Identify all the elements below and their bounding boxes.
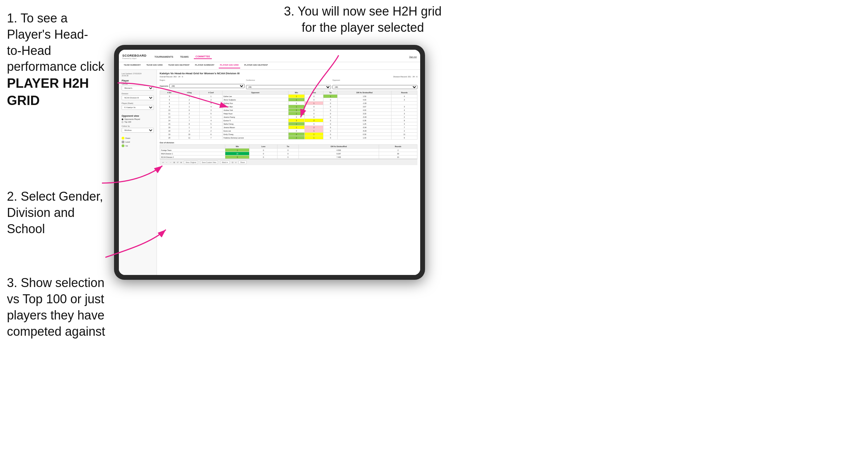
- col-diff: Diff Av Strokes/Rnd: [338, 91, 391, 95]
- cell-opponent: Jessica Mason: [222, 126, 288, 129]
- division-select[interactable]: NCAA Division III NCAA Division I NCAA D…: [122, 95, 154, 100]
- cell-win: 1: [288, 95, 304, 98]
- out-col-diff: Diff Av Strokes/Rnd: [299, 145, 379, 149]
- cell-win: 2: [288, 136, 304, 140]
- toolbar-undo[interactable]: ↩: [162, 161, 164, 163]
- cell-diff: 1.33: [338, 136, 391, 140]
- cell-reg: 10: [179, 133, 200, 136]
- opp-filter-select[interactable]: (All): [332, 85, 417, 89]
- toolbar-back[interactable]: ←: [166, 161, 168, 163]
- cell-div: 9: [160, 105, 179, 108]
- cell-diff: 3.33: [338, 112, 391, 115]
- sub-nav-team-summary[interactable]: TEAM SUMMARY: [122, 63, 142, 68]
- cell-div: 10: [160, 108, 179, 112]
- logo-sub: Powered by clippd: [122, 57, 147, 59]
- cell-div: 18: [160, 129, 179, 133]
- cell-tie: 0: [323, 108, 338, 112]
- radio-dot-2: [122, 121, 123, 123]
- cell-div: 16: [160, 126, 179, 129]
- toolbar-share[interactable]: Share: [238, 161, 246, 164]
- cell-diff: -1.00: [338, 102, 391, 105]
- cell-div: 19: [160, 133, 179, 136]
- table-header-row: # Div # Reg # Conf Opponent Win Loss Tie…: [160, 91, 417, 95]
- legend-level: Level: [122, 141, 154, 143]
- out-of-division-title: Out of division: [160, 142, 417, 144]
- col-tie: Tie: [323, 91, 338, 95]
- cell-rounds: 2: [391, 115, 417, 119]
- out-cell-rounds: 2: [379, 149, 417, 152]
- out-table-header-row: Win Loss Tie Diff Av Strokes/Rnd Rounds: [160, 145, 417, 149]
- filter-region: Region: [160, 79, 245, 82]
- cell-opponent: Stella Cheng: [222, 122, 288, 126]
- cell-div: 11: [160, 112, 179, 115]
- table-row: 10 6 3 Andrea York 2 0 0 4.00 4: [160, 108, 417, 112]
- cell-win: 1: [288, 98, 304, 102]
- col-win: Win: [288, 91, 304, 95]
- cell-div: 6: [160, 102, 179, 105]
- cell-loss: 2: [304, 126, 323, 129]
- nav-committee[interactable]: COMMITTEE: [194, 55, 212, 59]
- table-row: 5 2 2 Alexis Sudjianto 1 0 0 4.00 3: [160, 98, 417, 102]
- table-row: 19 10 6 Emily Chang 4 1 0 0.30 11: [160, 133, 417, 136]
- nav-teams[interactable]: TEAMS: [178, 55, 190, 59]
- out-cell-diff: 4.500: [299, 149, 379, 152]
- opponents-filter-select[interactable]: (All): [169, 84, 245, 88]
- cell-conf: 2: [200, 129, 223, 133]
- cell-tie: 1: [323, 95, 338, 98]
- out-cell-loss: 0: [249, 149, 277, 152]
- sub-nav-player-h2h-heatmap[interactable]: PLAYER H2H HEATMAP: [243, 63, 269, 68]
- toolbar-add[interactable]: ⊕: [180, 161, 182, 163]
- cell-rounds: 2: [391, 129, 417, 133]
- instructions-left: 1. To see a Player's Head- to-Head perfo…: [0, 0, 117, 361]
- table-row: 15 8 5 Stella Cheng 1 0 0 1.25 4: [160, 122, 417, 126]
- toolbar-view-original[interactable]: View: Original: [184, 161, 198, 164]
- table-row: 18 2 2 Euna Lee 0 1 0 -5.00 2: [160, 129, 417, 133]
- cell-loss: 0: [304, 108, 323, 112]
- colour-by-select[interactable]: Win/loss: [122, 128, 154, 133]
- radio-opponents-played[interactable]: Opponents Played: [122, 118, 154, 120]
- cell-reg: 1: [179, 126, 200, 129]
- cell-tie: 0: [323, 115, 338, 119]
- cell-tie: 0: [323, 133, 338, 136]
- cell-win: 1: [288, 126, 304, 129]
- toolbar-watch[interactable]: Watch ▾: [220, 161, 230, 164]
- cell-opponent: Euna Lee: [222, 129, 288, 133]
- cell-tie: 0: [323, 136, 338, 140]
- cell-reg: 11: [179, 136, 200, 140]
- cell-win: 1: [288, 112, 304, 115]
- logo-text: SCOREBOARD: [122, 54, 147, 57]
- toolbar-menu[interactable]: ≡: [235, 161, 236, 163]
- cell-loss: 1: [304, 102, 323, 105]
- gender-select[interactable]: Women's Men's: [122, 86, 154, 90]
- sub-nav-player-summary[interactable]: PLAYER SUMMARY: [194, 63, 216, 68]
- out-cell-win: 1: [225, 149, 249, 152]
- sign-out-link[interactable]: Sign out: [409, 56, 417, 58]
- conf-filter-select[interactable]: (All): [246, 85, 331, 89]
- toolbar-refresh[interactable]: ↺: [177, 161, 178, 163]
- cell-diff: -0.94: [338, 126, 391, 129]
- table-row: 16 1 3 Jessica Mason 1 2 0 -0.94 7: [160, 126, 417, 129]
- col-div: # Div: [160, 91, 179, 95]
- table-row: 14 7 4 Eunice Yi 2 2 0 0.38 9: [160, 119, 417, 122]
- cell-rounds: 11: [391, 133, 417, 136]
- cell-tie: 0: [323, 105, 338, 108]
- filters-row: Region Conference Opponent: [160, 79, 417, 82]
- cell-opponent: Emily Chang: [222, 133, 288, 136]
- sub-nav-team-h2h-grid[interactable]: TEAM H2H GRID: [145, 63, 164, 68]
- sub-nav-team-h2h-heatmap[interactable]: TEAM H2H HEATMAP: [167, 63, 191, 68]
- toolbar-grid[interactable]: ⊞: [173, 161, 175, 163]
- sub-nav-player-h2h-grid[interactable]: PLAYER H2H GRID: [219, 63, 240, 68]
- colour-dot-down: [122, 137, 124, 140]
- table-row: 6 3 3 Sydney Kuo 0 1 0 -1.00: [160, 102, 417, 105]
- gender-label: Gender: [122, 83, 154, 85]
- radio-top-100[interactable]: Top 100: [122, 121, 154, 123]
- toolbar-export[interactable]: ⊡: [232, 161, 233, 163]
- player-rank-select[interactable]: 8. Katelyn Vo: [122, 105, 154, 110]
- h2h-title: Katelyn Vo Head-to-Head Grid for Women's…: [160, 72, 417, 75]
- nav-tournaments[interactable]: TOURNAMENTS: [153, 55, 175, 59]
- instruction-1: 1. To see a Player's Head- to-Head perfo…: [7, 10, 111, 109]
- cell-div: 13: [160, 115, 179, 119]
- cell-win: 0: [288, 115, 304, 119]
- toolbar-save-custom[interactable]: Save Custom View: [200, 161, 218, 164]
- toolbar-forward[interactable]: →: [170, 161, 171, 163]
